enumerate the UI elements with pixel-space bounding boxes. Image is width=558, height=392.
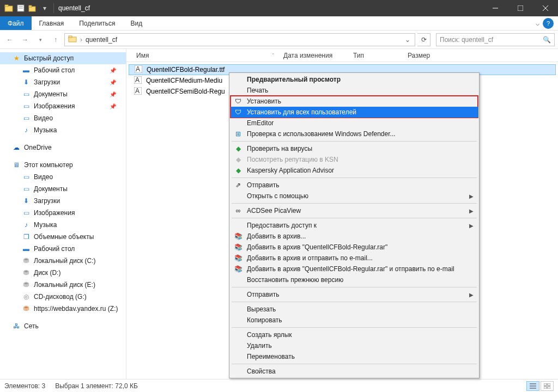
ctx-arch2[interactable]: 📚Добавить в архив "QuentellCFBold-Regula… [231,242,478,253]
maximize-button[interactable] [508,0,533,16]
back-button[interactable]: ← [3,33,16,46]
downloads-icon: ⬇ [22,78,31,87]
ctx-copy[interactable]: Копировать [231,315,478,326]
address-bar[interactable]: › quentell_cf ⌄ [64,33,415,46]
tree-drive-z[interactable]: ⛃https://webdav.yandex.ru (Z:) [0,303,126,315]
folder-icon [3,3,14,14]
address-dropdown-icon[interactable]: ⌄ [402,36,414,44]
ribbon-expand-icon[interactable]: ⌵ [536,20,539,27]
qat-new-folder-icon[interactable] [27,3,38,14]
qat-dropdown-icon[interactable]: ▾ [39,3,50,14]
tree-videos[interactable]: ▭Видео [0,112,126,124]
documents-icon: ▭ [22,185,31,193]
ctx-delete[interactable]: Удалить [231,340,478,351]
ctx-arch1[interactable]: 📚Добавить в архив... [231,231,478,242]
tree-pc-3d[interactable]: ❒Объемные объекты [0,231,126,243]
col-type[interactable]: Тип [349,52,403,59]
tab-home[interactable]: Главная [32,16,72,30]
close-button[interactable] [533,0,558,16]
titlebar: ▾ quentell_cf [0,0,558,16]
ctx-cut[interactable]: Вырезать [231,304,478,315]
svg-rect-23 [548,383,550,385]
view-details-button[interactable] [526,381,539,391]
tree-desktop[interactable]: ▬Рабочий стол📌 [0,64,126,76]
tree-thispc[interactable]: 🖥Этот компьютер [0,159,126,171]
ctx-install-all[interactable]: 🛡Установить для всех пользователей [231,107,478,118]
ctx-arch4[interactable]: 📚Добавить в архив "QuentellCFBold-Regula… [231,264,478,274]
status-count: Элементов: 3 [4,382,45,390]
tree-drive-g[interactable]: ◎CD-дисковод (G:) [0,291,126,303]
kaspersky-icon: ◆ [234,144,242,153]
winrar-icon: 📚 [234,265,242,273]
tree-drive-c[interactable]: ⛃Локальный диск (C:) [0,255,126,267]
tree-pc-videos[interactable]: ▭Видео [0,171,126,183]
pin-icon: 📌 [110,68,116,74]
ctx-preview[interactable]: Предварительный просмотр [231,74,478,85]
ctx-print[interactable]: Печать [231,85,478,96]
ctx-arch3[interactable]: 📚Добавить в архив и отправить по e-mail.… [231,253,478,264]
svg-rect-12 [69,36,72,38]
music-icon: ♪ [22,220,31,229]
ctx-restore[interactable]: Восстановить прежнюю версию [231,274,478,285]
tree-drive-d[interactable]: ⛃Диск (D:) [0,267,126,279]
tree-pc-downloads[interactable]: ⬇Загрузки [0,195,126,207]
up-button[interactable]: ↑ [49,33,62,46]
onedrive-icon: ☁ [12,143,21,152]
ctx-ksn: ◆Посмотреть репутацию в KSN [231,154,478,165]
tree-pc-pictures[interactable]: ▭Изображения [0,207,126,219]
submenu-arrow-icon: ▶ [469,292,474,298]
ctx-emeditor[interactable]: EmEditor [231,118,478,128]
view-icons-button[interactable] [541,381,554,391]
ctx-shortcut[interactable]: Создать ярлык [231,329,478,340]
refresh-button[interactable]: ⟳ [417,33,430,46]
pc-icon: 🖥 [12,161,21,169]
tree-onedrive[interactable]: ☁OneDrive [0,142,126,154]
tree-network[interactable]: 🖧Сеть [0,320,126,332]
ctx-acdsee[interactable]: ∞ACDSee PicaView▶ [231,205,478,216]
search-input[interactable]: Поиск: quentell_cf 🔍 [436,33,555,46]
qat-properties-icon[interactable] [15,3,26,14]
downloads-icon: ⬇ [22,197,31,205]
file-tab[interactable]: Файл [0,16,32,30]
tab-share[interactable]: Поделиться [71,16,123,30]
ctx-sendto[interactable]: Отправить▶ [231,289,478,300]
forward-button[interactable]: → [19,33,32,46]
ctx-kaspersky[interactable]: ◆Kaspersky Application Advisor [231,165,478,176]
tree-music[interactable]: ♪Музыка [0,124,126,136]
music-icon: ♪ [22,126,31,134]
font-icon: A [134,76,143,85]
recent-dropdown[interactable]: ▾ [34,33,47,46]
svg-text:A: A [135,87,140,95]
ctx-share[interactable]: Предоставить доступ к▶ [231,220,478,231]
tree-drive-e[interactable]: ⛃Локальный диск (E:) [0,279,126,291]
shield-icon: 🛡 [234,108,242,117]
col-name[interactable]: Имя˄ [132,52,279,59]
svg-rect-24 [544,387,547,389]
tree-pictures[interactable]: ▭Изображения📌 [0,100,126,112]
drive-icon: ⛃ [22,256,31,265]
tab-view[interactable]: Вид [123,16,150,30]
statusbar: Элементов: 3 Выбран 1 элемент: 72,0 КБ [0,379,558,392]
defender-icon: ⊞ [234,130,242,138]
tree-pc-desktop[interactable]: ▬Рабочий стол [0,243,126,255]
breadcrumb[interactable]: quentell_cf [82,36,120,44]
ctx-defender[interactable]: ⊞Проверка с использованием Windows Defen… [231,128,478,139]
tree-documents[interactable]: ▭Документы📌 [0,88,126,100]
col-date[interactable]: Дата изменения [279,52,349,59]
ctx-rename[interactable]: Переименовать [231,351,478,362]
ctx-properties[interactable]: Свойства [231,366,478,377]
winrar-icon: 📚 [234,254,242,262]
help-button[interactable]: ? [543,18,554,29]
ctx-virus[interactable]: ◆Проверить на вирусы [231,143,478,154]
tree-downloads[interactable]: ⬇Загрузки📌 [0,76,126,88]
ctx-send[interactable]: ⇗Отправить [231,180,478,191]
col-size[interactable]: Размер [403,52,447,59]
ctx-install[interactable]: 🛡Установить [231,96,478,107]
tree-quick-access[interactable]: ★Быстрый доступ [0,52,126,64]
ctx-open-with[interactable]: Открыть с помощью▶ [231,191,478,201]
star-icon: ★ [12,54,21,63]
kaspersky-icon: ◆ [234,166,242,175]
minimize-button[interactable] [483,0,508,16]
tree-pc-music[interactable]: ♪Музыка [0,219,126,231]
tree-pc-documents[interactable]: ▭Документы [0,183,126,195]
